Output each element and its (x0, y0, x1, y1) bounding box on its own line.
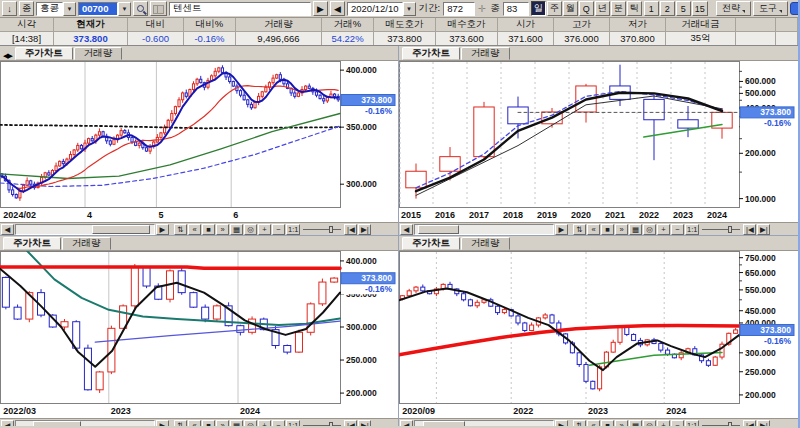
chevron-down-icon[interactable]: ▼ (403, 2, 416, 16)
go-first-icon[interactable]: |◀ (743, 224, 756, 235)
scrollbar-thumb[interactable] (418, 225, 459, 234)
jong-menu-button[interactable]: 종 (19, 1, 34, 16)
interval-button-분[interactable]: 분 (611, 1, 626, 16)
tab-volume[interactable]: 거래량 (461, 47, 510, 60)
count-input[interactable]: 83 (503, 2, 529, 16)
stop-icon[interactable]: ■ (202, 420, 215, 427)
forward-icon[interactable]: » (615, 420, 628, 427)
tab-price-chart[interactable]: 주가차트 (3, 237, 61, 250)
go-last-icon[interactable]: ▶| (358, 420, 371, 427)
scroll-left-button[interactable]: ◀ (400, 420, 413, 427)
chart-scrollbar[interactable] (15, 420, 155, 427)
chart-scrollbar[interactable] (414, 224, 554, 235)
strategy-button[interactable]: 전략 (716, 1, 751, 16)
chart-type-icon[interactable]: ▦ (629, 420, 642, 427)
tab-volume[interactable]: 거래량 (74, 47, 123, 60)
price-chart-canvas[interactable]: 200.000250.000300.000350.000400.0002022/… (0, 251, 397, 418)
price-chart-canvas[interactable]: 300.000350.000400.0002024/02456373.800-0… (0, 61, 397, 222)
chevron-down-icon[interactable]: ▼ (118, 2, 131, 16)
minute-button-5[interactable]: 5 (676, 1, 691, 16)
rewind-icon[interactable]: « (587, 420, 600, 427)
zoom-out-icon[interactable]: − (272, 420, 285, 427)
help-icon[interactable] (790, 2, 800, 15)
auto-scroll-icon[interactable]: ⇅ (573, 420, 586, 427)
go-first-icon[interactable]: |◀ (344, 420, 357, 427)
go-last-icon[interactable]: ▶| (757, 420, 770, 427)
dual-chart-button[interactable] (150, 1, 167, 16)
tab-price-chart[interactable]: 주가차트 (402, 237, 460, 250)
zoom-slider[interactable] (301, 420, 343, 427)
zoom-out-icon[interactable]: − (671, 224, 684, 235)
interval-button-주[interactable]: 주 (547, 1, 562, 16)
zoom-out-icon[interactable]: − (671, 420, 684, 427)
next-stock-button[interactable]: ▶ (313, 1, 328, 16)
zoom-area-icon[interactable]: ◎ (244, 224, 257, 235)
forward-icon[interactable]: » (216, 224, 229, 235)
interval-button-월[interactable]: 월 (563, 1, 578, 16)
zoom-area-icon[interactable]: ◎ (244, 420, 257, 427)
chart-type-icon[interactable]: ▦ (629, 224, 642, 235)
interval-button-일[interactable]: 일 (531, 1, 546, 16)
ratio-label[interactable]: 1:1 (685, 420, 699, 427)
go-last-icon[interactable]: ▶| (757, 224, 770, 235)
stop-icon[interactable]: ■ (601, 420, 614, 427)
period-input[interactable]: 872 (443, 2, 475, 16)
zoom-in-icon[interactable]: + (657, 420, 670, 427)
scrollbar-thumb[interactable] (423, 421, 464, 427)
chart-type-icon[interactable]: ▦ (230, 420, 243, 427)
minute-button-15[interactable]: 15 (692, 1, 708, 16)
pane-nav-icon[interactable]: ◀▶ (3, 52, 12, 60)
zoom-slider[interactable] (301, 224, 343, 235)
minute-button-1[interactable]: 1 (644, 1, 659, 16)
price-chart-canvas[interactable]: 100.000200.000400.000500.000600.00020152… (399, 61, 796, 222)
sort-icon[interactable]: ↓ (2, 1, 17, 16)
tab-price-chart[interactable]: 주가차트 (15, 47, 73, 60)
stop-icon[interactable]: ■ (601, 224, 614, 235)
stop-icon[interactable]: ■ (202, 224, 215, 235)
auto-scroll-icon[interactable]: ⇅ (573, 224, 586, 235)
interval-button-Q[interactable]: Q (579, 1, 594, 16)
zoom-slider[interactable] (700, 224, 742, 235)
stock-code-input[interactable]: 00700▼ (78, 2, 131, 16)
zoom-in-icon[interactable]: + (258, 224, 271, 235)
ratio-label[interactable]: 1:1 (685, 224, 699, 235)
minute-button-2[interactable]: 2 (660, 1, 675, 16)
scroll-left-button[interactable]: ◀ (1, 224, 14, 235)
go-first-icon[interactable]: |◀ (344, 224, 357, 235)
scrollbar-thumb[interactable] (92, 225, 150, 234)
search-button[interactable] (133, 1, 148, 16)
zoom-slider[interactable] (700, 420, 742, 427)
go-last-icon[interactable]: ▶| (358, 224, 371, 235)
chart-scrollbar[interactable] (15, 224, 155, 235)
rewind-icon[interactable]: « (587, 224, 600, 235)
scroll-right-button[interactable]: ▶ (156, 224, 169, 235)
scroll-right-button[interactable]: ▶ (156, 420, 169, 427)
zoom-in-icon[interactable]: + (657, 224, 670, 235)
stock-name-input[interactable]: 텐센트 (169, 2, 311, 16)
zoom-in-icon[interactable]: + (258, 420, 271, 427)
price-chart-canvas[interactable]: 200.000250.000300.000400.000450.000550.0… (399, 251, 796, 418)
zoom-out-icon[interactable]: − (272, 224, 285, 235)
prev-stock-button[interactable]: ◀ (330, 1, 345, 16)
rewind-icon[interactable]: « (188, 224, 201, 235)
ratio-label[interactable]: 1:1 (286, 224, 300, 235)
chart-scrollbar[interactable] (414, 420, 554, 427)
go-first-icon[interactable]: |◀ (743, 420, 756, 427)
auto-scroll-icon[interactable]: ⇅ (174, 420, 187, 427)
forward-icon[interactable]: » (216, 420, 229, 427)
rewind-icon[interactable]: « (188, 420, 201, 427)
date-select[interactable]: 2020/12/10▼ (347, 2, 416, 16)
scroll-left-button[interactable]: ◀ (400, 224, 413, 235)
zoom-area-icon[interactable]: ◎ (643, 224, 656, 235)
forward-icon[interactable]: » (615, 224, 628, 235)
chevron-down-icon[interactable]: ▼ (63, 2, 76, 16)
chart-type-icon[interactable]: ▦ (230, 224, 243, 235)
tab-volume[interactable]: 거래량 (62, 237, 111, 250)
scroll-right-button[interactable]: ▶ (555, 224, 568, 235)
tab-price-chart[interactable]: 주가차트 (402, 47, 460, 60)
scroll-left-button[interactable]: ◀ (1, 420, 14, 427)
zoom-area-icon[interactable]: ◎ (643, 420, 656, 427)
interval-button-년[interactable]: 년 (595, 1, 610, 16)
scrollbar-thumb[interactable] (33, 421, 81, 427)
tools-button[interactable]: 도구 (753, 1, 788, 16)
